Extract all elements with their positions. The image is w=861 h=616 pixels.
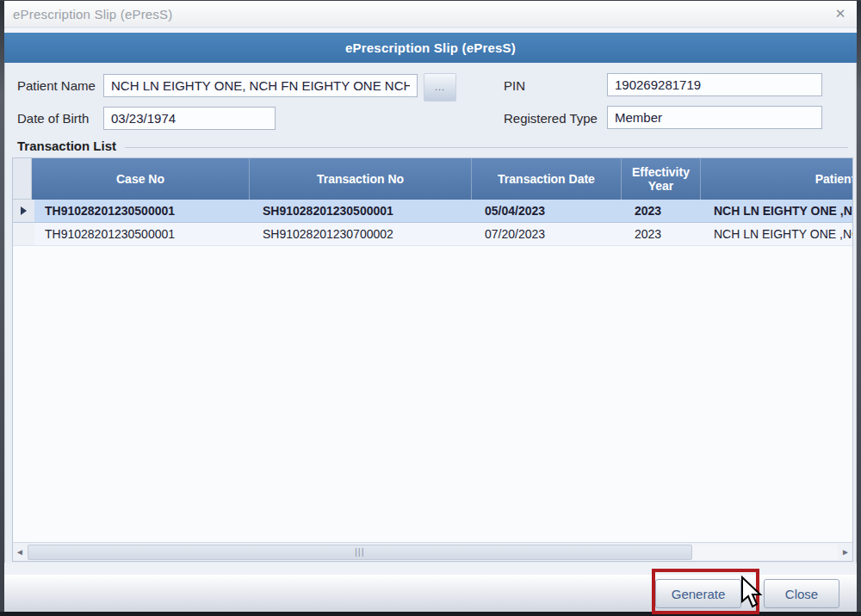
scroll-right-arrow-icon[interactable]: ► (839, 543, 852, 562)
column-header-transaction-no[interactable]: Transaction No (250, 158, 472, 200)
column-header-case-no[interactable]: Case No (32, 158, 250, 200)
cell-patient-name: NCH LN EIGHTY ONE ,NCH FN EIGHTY ONE NCH… (703, 200, 853, 222)
cell-effectivity-year: 2023 (624, 223, 703, 245)
date-of-birth-label: Date of Birth (17, 111, 89, 126)
cell-case-no: TH91028201230500001 (34, 223, 252, 245)
table-row[interactable]: TH91028201230500001 SH91028201230700002 … (13, 223, 853, 246)
cell-effectivity-year: 2023 (624, 200, 703, 222)
patient-name-input[interactable] (103, 74, 418, 97)
grid-header-row: Case No Transaction No Transaction Date … (13, 158, 853, 200)
scrollbar-thumb[interactable]: ||| (28, 545, 692, 560)
window-title: ePrescription Slip (ePresS) (13, 7, 172, 22)
registered-type-input[interactable] (607, 106, 822, 129)
title-bar: ePrescription Slip (ePresS) (4, 1, 857, 28)
banner-title: ePrescription Slip (ePresS) (345, 40, 516, 55)
mouse-cursor-icon (739, 576, 765, 613)
section-divider (125, 147, 848, 148)
pin-input[interactable] (607, 73, 822, 96)
column-header-effectivity-year[interactable]: Effectivity Year (622, 158, 701, 200)
window-border-right (857, 0, 861, 616)
scrollbar-grip-icon: ||| (355, 547, 365, 557)
close-button[interactable]: Close (764, 579, 839, 608)
cell-case-no: TH91028201230500001 (34, 200, 252, 222)
column-header-patient-name[interactable]: Patient Name (701, 158, 853, 200)
transaction-grid: Case No Transaction No Transaction Date … (12, 157, 853, 562)
transaction-list-label: Transaction List (17, 139, 116, 153)
grid-header-selector (13, 158, 32, 200)
dialog-banner: ePrescription Slip (ePresS) (4, 33, 857, 63)
current-row-arrow-icon (21, 206, 27, 215)
column-header-transaction-date[interactable]: Transaction Date (472, 158, 622, 200)
date-of-birth-input[interactable] (103, 107, 276, 130)
registered-type-label: Registered Type (504, 111, 598, 126)
eprescription-dialog: ePrescription Slip (ePresS) ✕ ePrescript… (4, 1, 857, 612)
row-selector-cell (13, 200, 34, 222)
row-selector-cell (13, 223, 34, 245)
cell-transaction-date: 07/20/2023 (474, 223, 624, 245)
cell-transaction-date: 05/04/2023 (474, 200, 624, 222)
patient-browse-button[interactable]: ... (424, 73, 456, 102)
scrollbar-track[interactable]: ||| (28, 545, 838, 560)
table-row[interactable]: TH91028201230500001 SH91028201230500001 … (13, 200, 853, 223)
horizontal-scrollbar[interactable]: ◄ ||| ► (13, 542, 852, 561)
patient-name-label: Patient Name (17, 78, 96, 93)
cell-transaction-no: SH91028201230700002 (252, 223, 474, 245)
cell-transaction-no: SH91028201230500001 (252, 200, 474, 222)
close-icon[interactable]: ✕ (831, 5, 850, 22)
cell-patient-name: NCH LN EIGHTY ONE ,NCH FN EIGHTY ONE NCH… (703, 223, 853, 245)
scroll-left-arrow-icon[interactable]: ◄ (13, 543, 27, 562)
pin-label: PIN (504, 78, 525, 93)
